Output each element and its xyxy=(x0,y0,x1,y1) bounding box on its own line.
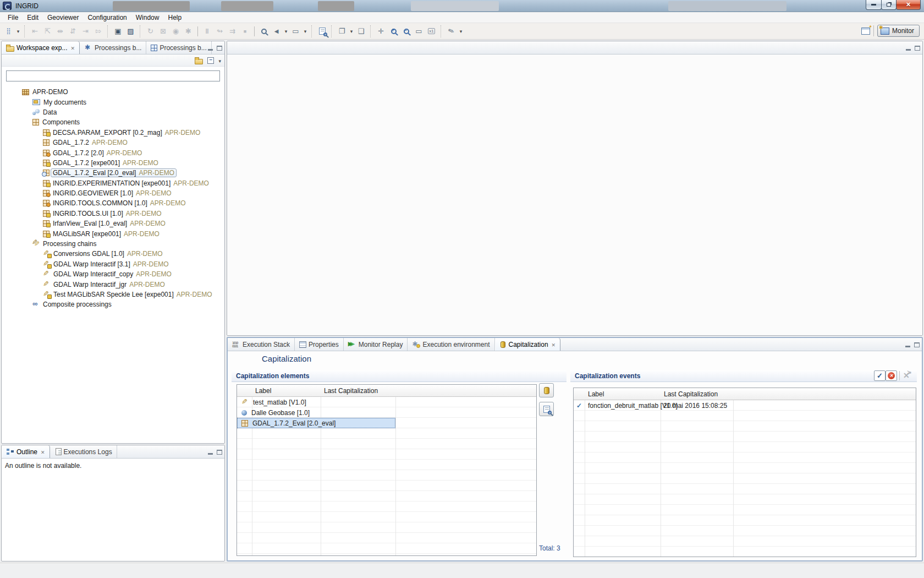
capitalize-button[interactable] xyxy=(539,383,554,397)
tree-item-component[interactable]: INGRID.TOOLS.COMMON [1.0] APR-DEMO xyxy=(2,198,224,208)
export-run-icon[interactable] xyxy=(157,25,169,37)
tab-properties[interactable]: Properties xyxy=(295,338,344,351)
minimize-view-icon[interactable] xyxy=(208,449,213,455)
step-over-icon[interactable] xyxy=(226,25,239,37)
column-header-label[interactable]: Label xyxy=(585,390,604,398)
menu-edit[interactable]: Edit xyxy=(23,13,43,23)
close-tab-icon[interactable] xyxy=(40,448,45,456)
tab-execution-stack[interactable]: 10100101 Execution Stack xyxy=(228,338,295,351)
table-row-selected[interactable]: GDAL_1.7.2_Eval [2.0_eval] xyxy=(237,418,536,428)
dropdown-caret-icon[interactable] xyxy=(348,25,355,37)
dropdown-caret-icon[interactable] xyxy=(302,25,309,37)
tree-item-chain[interactable]: GDAL Warp Interactif [3.1] APR-DEMO xyxy=(2,259,224,269)
zoom-1x-icon[interactable] xyxy=(425,25,438,37)
tab-processings-browser-2[interactable]: Processings b... xyxy=(146,41,211,54)
step-range-icon[interactable] xyxy=(54,25,67,37)
search-icon[interactable] xyxy=(257,25,270,37)
minimize-view-icon[interactable] xyxy=(208,45,213,51)
maximize-view-icon[interactable] xyxy=(217,450,222,455)
show-invalid-events-button[interactable] xyxy=(886,370,897,381)
zoom-rect-icon[interactable] xyxy=(413,25,425,37)
step-filter-icon[interactable] xyxy=(67,25,79,37)
tree-item-component[interactable]: IrfanView_Eval [1.0_eval] APR-DEMO xyxy=(2,219,224,228)
minimize-view-icon[interactable] xyxy=(906,45,911,51)
resume-icon[interactable] xyxy=(169,25,182,37)
tree-item-processing-chains[interactable]: Processing chains xyxy=(2,239,224,249)
display-off-icon[interactable] xyxy=(124,25,137,37)
tree-item-chain[interactable]: GDAL Warp Interactif_jgr APR-DEMO xyxy=(2,279,224,289)
step-return-icon[interactable] xyxy=(29,25,41,37)
collapse-all-icon[interactable] xyxy=(207,57,214,64)
filter-input[interactable] xyxy=(6,70,220,81)
tree-item-component[interactable]: DECSA.PARAM_EXPORT [0.2_mag] APR-DEMO xyxy=(2,128,224,138)
tree-item-data[interactable]: Data xyxy=(2,107,224,117)
new-wizard-icon[interactable] xyxy=(2,25,15,37)
tab-monitor-replay[interactable]: Monitor Replay xyxy=(344,338,408,351)
open-perspective-icon[interactable] xyxy=(861,28,870,35)
table-row[interactable]: test_matlab [V1.0] xyxy=(237,397,536,407)
link-editor-folder-icon[interactable] xyxy=(195,57,203,64)
dropdown-caret-icon[interactable] xyxy=(283,25,289,37)
view-select-icon[interactable] xyxy=(355,25,367,37)
debug-icon[interactable] xyxy=(182,25,195,37)
zoom-out-icon[interactable]: − xyxy=(400,25,413,37)
relaunch-icon[interactable] xyxy=(144,25,157,37)
tab-capitalization[interactable]: Capitalization xyxy=(495,338,561,351)
tree-item-components[interactable]: Components xyxy=(2,117,224,127)
minimize-button[interactable] xyxy=(866,0,882,10)
tree-item-component[interactable]: GDAL_1.7.2 [2.0] APR-DEMO xyxy=(2,148,224,157)
maximize-view-icon[interactable] xyxy=(217,46,222,51)
menu-help[interactable]: Help xyxy=(163,13,186,23)
dropdown-caret-icon[interactable] xyxy=(15,25,21,37)
tab-execution-environment[interactable]: Execution environment xyxy=(408,338,494,351)
maximize-view-icon[interactable] xyxy=(915,46,920,51)
menu-geoviewer[interactable]: Geoviewer xyxy=(43,13,83,23)
events-table[interactable]: Label Last Capitalization fonction_debru… xyxy=(573,388,916,557)
table-row[interactable]: Dalle Geobase [1.0] xyxy=(237,407,536,418)
close-button[interactable] xyxy=(896,0,921,10)
preview-icon[interactable] xyxy=(316,25,328,37)
pause-icon[interactable] xyxy=(201,25,213,37)
close-tab-icon[interactable] xyxy=(69,44,75,52)
monitor-perspective-button[interactable]: Monitor xyxy=(877,25,920,37)
menu-window[interactable]: Window xyxy=(131,13,164,23)
tab-outline[interactable]: Outline xyxy=(2,445,50,458)
tree-item-component[interactable]: GDAL_1.7.2 [expe001] APR-DEMO xyxy=(2,158,224,168)
audio-step-icon[interactable] xyxy=(270,25,283,37)
column-header-label[interactable]: Label xyxy=(252,387,271,395)
tab-executions-logs[interactable]: Executions Logs xyxy=(50,445,117,458)
tree-item-component-selected[interactable]: GDAL_1.7.2_Eval [2.0_eval] APR-DEMO xyxy=(2,168,224,178)
display-monitor-icon[interactable] xyxy=(289,25,302,37)
tree-item-component[interactable]: GDAL_1.7.2 APR-DEMO xyxy=(2,138,224,148)
table-row[interactable]: fonction_debruit_matlab [V1.0] 20 mai 20… xyxy=(574,400,916,411)
tree-item-composite-processings[interactable]: Composite processings xyxy=(2,299,224,309)
column-header-last-capitalization[interactable]: Last Capitalization xyxy=(321,387,378,395)
maximize-view-icon[interactable] xyxy=(914,342,920,347)
tree-item-my-documents[interactable]: My documents xyxy=(2,97,224,107)
show-valid-events-button[interactable] xyxy=(874,370,886,381)
close-tab-icon[interactable] xyxy=(551,341,556,348)
tree-item-project[interactable]: APR-DEMO xyxy=(2,87,224,97)
terminate-icon[interactable] xyxy=(239,25,251,37)
tree-item-chain[interactable]: Conversions GDAL [1.0] APR-DEMO xyxy=(2,249,224,259)
tree-item-component[interactable]: INGRID.EXPERIMENTATION [expe001] APR-DEM… xyxy=(2,178,224,188)
restore-button[interactable] xyxy=(881,0,897,10)
display-text-icon[interactable] xyxy=(112,25,124,37)
dropdown-caret-icon[interactable] xyxy=(458,25,464,37)
minimize-view-icon[interactable] xyxy=(905,342,910,347)
elements-table[interactable]: Label Last Capitalization test_matlab [V… xyxy=(237,384,537,556)
new-view-icon[interactable] xyxy=(336,25,348,37)
pan-icon[interactable] xyxy=(375,25,387,37)
tree-item-chain[interactable]: GDAL Warp Interactif_copy APR-DEMO xyxy=(2,269,224,279)
column-header-last-capitalization[interactable]: Last Capitalization xyxy=(661,390,718,398)
tree-item-component[interactable]: MAGLibSAR [expe001] APR-DEMO xyxy=(2,228,224,238)
step-forward-wall-icon[interactable] xyxy=(92,25,105,37)
terminate-relaunch-icon[interactable] xyxy=(213,25,226,37)
tree-item-component[interactable]: INGRID.GEOVIEWER [1.0] APR-DEMO xyxy=(2,188,224,198)
draw-icon[interactable] xyxy=(445,25,458,37)
tree-item-chain[interactable]: Test MAGLibSAR Speckle Lee [expe001] APR… xyxy=(2,290,224,299)
menu-configuration[interactable]: Configuration xyxy=(83,13,131,23)
zoom-in-icon[interactable]: + xyxy=(387,25,400,37)
menu-file[interactable]: File xyxy=(3,13,23,23)
view-menu-icon[interactable] xyxy=(218,57,221,64)
